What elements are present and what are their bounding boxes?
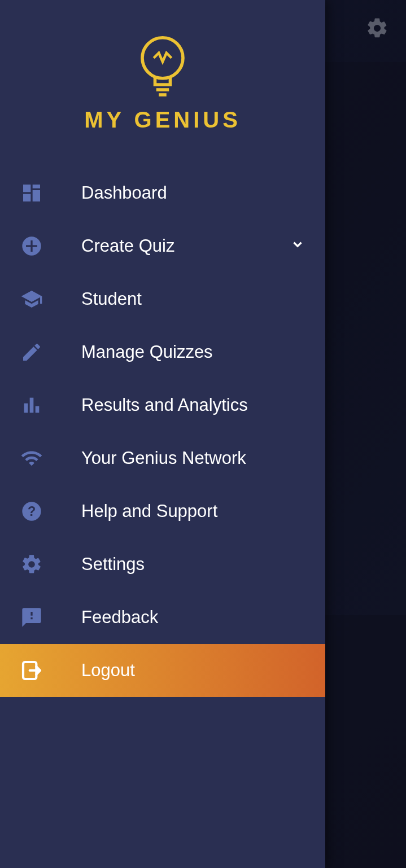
nav-settings[interactable]: Settings — [0, 538, 325, 591]
nav-create-quiz[interactable]: Create Quiz — [0, 220, 325, 273]
logout-icon — [20, 659, 43, 682]
nav-settings-label: Settings — [81, 554, 305, 575]
brand-logo: MY GENIUS — [0, 0, 325, 166]
lightbulb-icon — [137, 34, 188, 96]
bar-chart-icon — [20, 394, 43, 417]
plus-circle-icon — [20, 235, 43, 257]
svg-rect-3 — [23, 185, 30, 192]
graduation-cap-icon — [20, 288, 43, 310]
nav-student[interactable]: Student — [0, 273, 325, 326]
nav-results[interactable]: Results and Analytics — [0, 379, 325, 432]
svg-rect-11 — [30, 398, 34, 413]
dashboard-icon — [20, 182, 43, 204]
svg-rect-9 — [26, 245, 37, 247]
nav-network-label: Your Genius Network — [81, 448, 305, 468]
svg-rect-5 — [33, 190, 40, 201]
nav-help[interactable]: ? Help and Support — [0, 485, 325, 538]
svg-rect-6 — [23, 194, 30, 201]
svg-rect-4 — [33, 185, 40, 188]
nav-feedback[interactable]: Feedback — [0, 591, 325, 644]
brand-name: MY GENIUS — [0, 107, 325, 133]
nav-network[interactable]: Your Genius Network — [0, 432, 325, 485]
svg-rect-10 — [24, 404, 28, 413]
nav-help-label: Help and Support — [81, 501, 305, 521]
nav-dashboard-label: Dashboard — [81, 183, 305, 203]
nav-manage-quizzes-label: Manage Quizzes — [81, 342, 305, 362]
wifi-icon — [20, 447, 43, 470]
nav-list: Dashboard Create Quiz Student Manage Qui… — [0, 166, 325, 697]
nav-dashboard[interactable]: Dashboard — [0, 166, 325, 220]
feedback-icon — [20, 606, 43, 629]
nav-results-label: Results and Analytics — [81, 395, 305, 415]
svg-point-0 — [142, 38, 183, 78]
help-circle-icon: ? — [20, 500, 43, 523]
chevron-down-icon — [290, 237, 305, 256]
nav-logout[interactable]: Logout — [0, 644, 325, 697]
nav-student-label: Student — [81, 289, 305, 309]
nav-feedback-label: Feedback — [81, 607, 305, 628]
nav-manage-quizzes[interactable]: Manage Quizzes — [0, 326, 325, 379]
nav-create-quiz-label: Create Quiz — [81, 236, 290, 256]
gear-icon — [20, 553, 43, 576]
svg-text:?: ? — [28, 504, 36, 519]
navigation-drawer: MY GENIUS Dashboard Create Quiz Student — [0, 0, 325, 868]
svg-rect-12 — [36, 406, 40, 413]
nav-logout-label: Logout — [81, 660, 305, 681]
pencil-icon — [20, 341, 43, 363]
